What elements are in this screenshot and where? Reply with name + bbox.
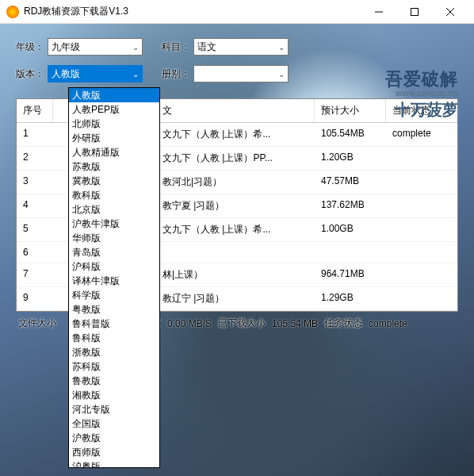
taskstatus-value: complete <box>366 317 410 331</box>
cell-index: 6 <box>17 242 53 263</box>
chevron-down-icon: ⌄ <box>278 70 285 79</box>
version-option[interactable]: 冀教版 <box>69 174 159 188</box>
col-size[interactable]: 预计大小 <box>315 99 386 122</box>
cell-index: 9 <box>17 287 53 310</box>
version-select[interactable]: 人教版 ⌄ <box>48 65 143 83</box>
cell-status <box>386 147 457 170</box>
brand-logo: 吾爱破解 WWW.52POJIE.CN 十万菠萝 <box>385 67 458 121</box>
cell-status <box>386 218 457 241</box>
version-option[interactable]: 青岛版 <box>69 245 159 259</box>
downloaded-value: 105.54 MB <box>269 317 320 331</box>
version-value: 人教版 <box>52 67 80 81</box>
cell-size: 1.29GB <box>315 287 386 310</box>
version-option[interactable]: 北京版 <box>69 202 159 217</box>
close-button[interactable] <box>432 0 468 24</box>
version-option[interactable]: 教科版 <box>69 188 159 202</box>
version-option[interactable]: 沪教版 <box>69 431 159 445</box>
version-option[interactable]: 湘教版 <box>69 388 159 402</box>
subject-value: 语文 <box>197 40 216 54</box>
cell-index: 4 <box>17 194 53 217</box>
filesize-value <box>60 322 65 325</box>
version-option[interactable]: 人教PEP版 <box>69 102 159 117</box>
cell-status <box>386 194 457 217</box>
version-dropdown[interactable]: 人教版人教PEP版北师版外研版人教精通版苏教版冀教版教科版北京版沪教牛津版华师版… <box>68 87 160 468</box>
version-option[interactable]: 北师版 <box>69 117 159 131</box>
titlebar: RDJ教辅资源下载器V1.3 <box>0 0 474 24</box>
chevron-down-icon: ⌄ <box>132 70 139 79</box>
volume-select[interactable]: ⌄ <box>193 65 289 83</box>
cell-status <box>386 263 457 286</box>
version-option[interactable]: 外研版 <box>69 131 159 145</box>
taskstatus-label: 任务状态 <box>322 315 365 332</box>
version-option[interactable]: 全国版 <box>69 416 159 431</box>
cell-size: 1.00GB <box>315 218 386 241</box>
cell-status <box>386 171 457 194</box>
version-option[interactable]: 鲁科版 <box>69 331 159 345</box>
cell-index: 2 <box>17 147 53 170</box>
chevron-down-icon: ⌄ <box>132 43 139 52</box>
version-option[interactable]: 鲁科普版 <box>69 317 159 331</box>
col-index[interactable]: 序号 <box>17 99 53 122</box>
cell-index: 5 <box>17 218 53 241</box>
grade-select[interactable]: 九年级 ⌄ <box>48 38 143 56</box>
grade-label: 年级： <box>16 40 44 54</box>
cell-size: 105.54MB <box>315 123 386 146</box>
version-option[interactable]: 西师版 <box>69 445 159 459</box>
cell-size: 137.62MB <box>315 194 386 217</box>
brand-en: WWW.52POJIE.CN <box>385 90 458 98</box>
version-option[interactable]: 沪教牛津版 <box>69 217 159 231</box>
brand-cn: 吾爱破解 <box>385 67 458 91</box>
window-title: RDJ教辅资源下载器V1.3 <box>24 5 361 18</box>
brand-sub: 十万菠萝 <box>385 99 458 121</box>
cell-index: 7 <box>17 263 53 286</box>
version-label: 版本： <box>16 67 44 81</box>
version-option[interactable]: 沪粤版 <box>69 459 159 468</box>
svg-rect-0 <box>411 8 418 15</box>
subject-label: 科目： <box>162 40 190 54</box>
cell-size: 964.71MB <box>315 263 386 286</box>
minimize-button[interactable] <box>361 0 396 24</box>
version-option[interactable]: 沪科版 <box>69 259 159 274</box>
subject-select[interactable]: 语文 ⌄ <box>193 38 289 56</box>
version-option[interactable]: 译林牛津版 <box>69 274 159 288</box>
speed-value: 0.00 MB/S <box>165 317 214 331</box>
cell-index: 3 <box>17 171 53 194</box>
cell-size <box>315 242 386 263</box>
filesize-label: 文件大小 <box>16 315 59 332</box>
version-option[interactable]: 科学版 <box>69 288 159 302</box>
version-option[interactable]: 河北专版 <box>69 402 159 416</box>
cell-size: 47.57MB <box>315 171 386 194</box>
cell-index: 1 <box>17 123 53 146</box>
volume-label: 册别： <box>162 67 190 81</box>
app-icon <box>6 6 19 18</box>
version-option[interactable]: 粤教版 <box>69 302 159 317</box>
maximize-button[interactable] <box>396 0 432 24</box>
cell-status <box>386 242 457 263</box>
version-option[interactable]: 人教精通版 <box>69 145 159 159</box>
grade-value: 九年级 <box>52 40 80 54</box>
downloaded-label: 已下载大小 <box>216 315 268 332</box>
version-option[interactable]: 浙教版 <box>69 345 159 359</box>
cell-status <box>386 287 457 310</box>
cell-status: complete <box>386 123 457 146</box>
version-option[interactable]: 苏科版 <box>69 359 159 374</box>
version-option[interactable]: 苏教版 <box>69 159 159 174</box>
version-option[interactable]: 华师版 <box>69 231 159 245</box>
version-option[interactable]: 鲁教版 <box>69 374 159 388</box>
cell-size: 1.20GB <box>315 147 386 170</box>
version-option[interactable]: 人教版 <box>69 88 159 102</box>
chevron-down-icon: ⌄ <box>278 43 285 52</box>
